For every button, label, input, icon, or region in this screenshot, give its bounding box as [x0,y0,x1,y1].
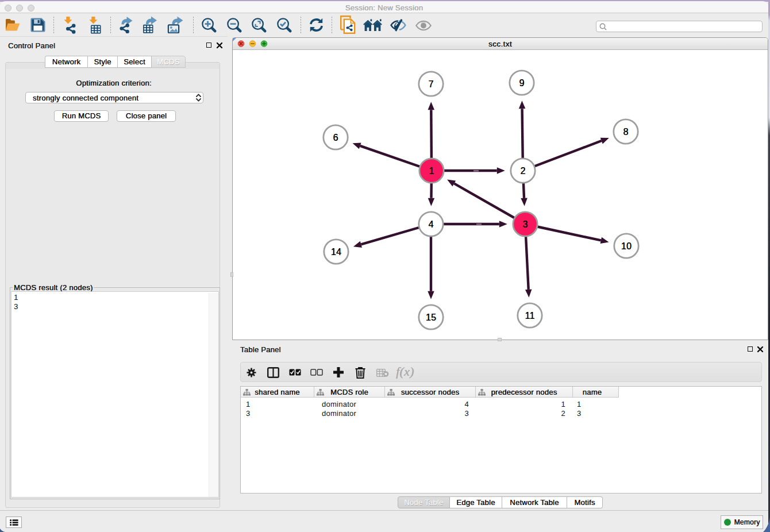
svg-text:1: 1 [429,166,434,176]
svg-text:8: 8 [623,127,628,137]
svg-text:14: 14 [331,247,341,257]
svg-text:6: 6 [333,133,338,142]
svg-text:3: 3 [522,219,528,229]
svg-text:9: 9 [519,78,524,88]
svg-text:7: 7 [428,79,433,89]
svg-text:10: 10 [621,241,632,251]
svg-text:15: 15 [426,313,436,322]
svg-text:2: 2 [520,166,525,176]
svg-text:4: 4 [428,219,433,229]
svg-text:11: 11 [525,311,534,321]
